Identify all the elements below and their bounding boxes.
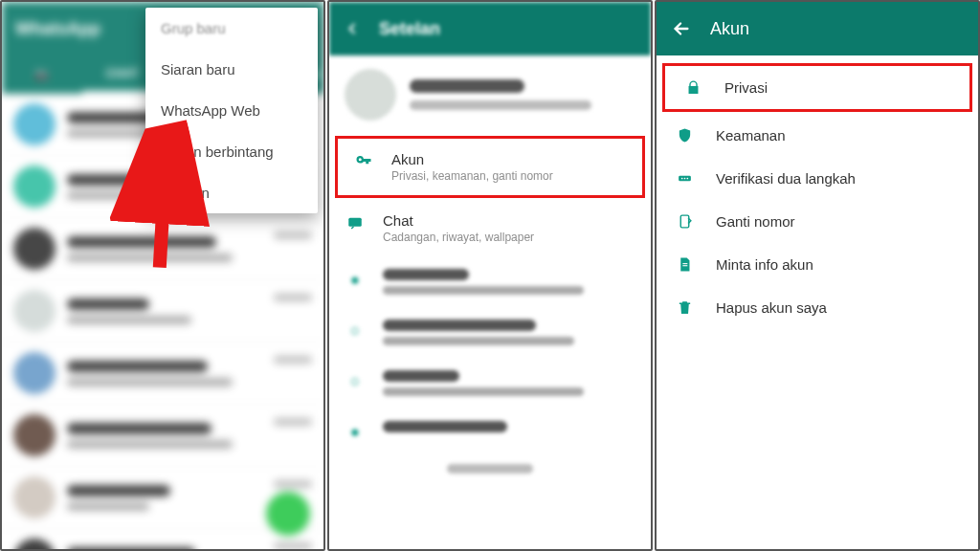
item-label: Verifikasi dua langkah bbox=[716, 170, 856, 187]
svg-rect-8 bbox=[682, 265, 687, 266]
settings-title: Setelan bbox=[379, 19, 440, 39]
account-item-request-info[interactable]: Minta info akun bbox=[657, 243, 978, 286]
account-item-security[interactable]: Keamanan bbox=[657, 114, 978, 157]
chat-row[interactable] bbox=[2, 405, 323, 467]
panel-account: Akun Privasi Keamanan Verifikasi dua lan… bbox=[655, 0, 980, 551]
svg-rect-1 bbox=[348, 218, 362, 227]
account-header: Akun bbox=[657, 2, 978, 55]
svg-point-5 bbox=[686, 178, 688, 180]
back-icon[interactable] bbox=[670, 17, 693, 40]
settings-item-data[interactable]: ○ bbox=[329, 307, 651, 358]
settings-header: Setelan bbox=[329, 2, 651, 55]
svg-point-4 bbox=[683, 178, 685, 180]
item-subtitle: Privasi, keamanan, ganti nomor bbox=[391, 169, 627, 183]
menu-new-group[interactable]: Grup baru bbox=[145, 8, 318, 49]
profile-row[interactable] bbox=[329, 55, 651, 134]
account-item-two-step[interactable]: Verifikasi dua langkah bbox=[657, 157, 978, 200]
item-title: Akun bbox=[391, 151, 627, 167]
account-title: Akun bbox=[710, 19, 749, 39]
lock-icon bbox=[682, 79, 703, 96]
people-icon: ● bbox=[345, 423, 366, 442]
chat-row[interactable] bbox=[2, 280, 323, 342]
svg-rect-6 bbox=[680, 215, 689, 228]
help-icon: ○ bbox=[345, 372, 366, 391]
highlight-box: Privasi bbox=[662, 63, 972, 112]
bell-icon: ● bbox=[345, 271, 366, 290]
settings-item-chat[interactable]: Chat Cadangan, riwayat, wallpaper bbox=[329, 200, 651, 256]
panel-chat-list: WhatsApp 📷 CHAT STATUS PANGGILAN Grup ba… bbox=[0, 0, 325, 551]
svg-rect-7 bbox=[682, 263, 687, 264]
item-label: Privasi bbox=[724, 79, 768, 96]
chat-row[interactable] bbox=[2, 342, 323, 405]
shield-icon bbox=[674, 127, 695, 143]
panel-settings: Setelan Akun Privasi, keamanan, ganti no… bbox=[327, 0, 653, 551]
account-item-delete[interactable]: Hapus akun saya bbox=[657, 286, 978, 329]
chat-row[interactable] bbox=[2, 529, 323, 551]
chat-icon bbox=[345, 214, 366, 231]
tab-camera[interactable]: 📷 bbox=[2, 55, 82, 94]
settings-item-account[interactable]: Akun Privasi, keamanan, ganti nomor bbox=[338, 139, 642, 195]
svg-line-0 bbox=[135, 143, 191, 267]
settings-item-invite[interactable]: ● bbox=[329, 408, 651, 454]
account-list: Privasi Keamanan Verifikasi dua langkah … bbox=[657, 55, 978, 329]
settings-item-help[interactable]: ○ bbox=[329, 358, 651, 408]
avatar bbox=[345, 69, 396, 121]
item-title: Chat bbox=[383, 212, 635, 229]
item-label: Hapus akun saya bbox=[716, 299, 827, 316]
document-icon bbox=[674, 256, 695, 273]
item-label: Ganti nomor bbox=[716, 213, 795, 230]
password-icon bbox=[674, 170, 695, 187]
back-icon[interactable] bbox=[343, 19, 362, 38]
item-subtitle: Cadangan, riwayat, wallpaper bbox=[383, 231, 635, 244]
svg-point-3 bbox=[680, 178, 682, 180]
account-item-change-number[interactable]: Ganti nomor bbox=[657, 200, 978, 243]
trash-icon bbox=[674, 299, 695, 316]
item-label: Minta info akun bbox=[716, 256, 813, 273]
highlight-box: Akun Privasi, keamanan, ganti nomor bbox=[335, 136, 645, 198]
settings-item-notifications[interactable]: ● bbox=[329, 256, 651, 307]
key-icon bbox=[353, 153, 374, 170]
data-icon: ○ bbox=[345, 321, 366, 341]
account-item-privacy[interactable]: Privasi bbox=[665, 66, 969, 109]
new-chat-fab[interactable] bbox=[266, 492, 310, 536]
item-label: Keamanan bbox=[716, 127, 786, 143]
sim-icon bbox=[674, 213, 695, 230]
menu-new-broadcast[interactable]: Siaran baru bbox=[145, 49, 318, 90]
app-title: WhatsApp bbox=[15, 19, 100, 39]
